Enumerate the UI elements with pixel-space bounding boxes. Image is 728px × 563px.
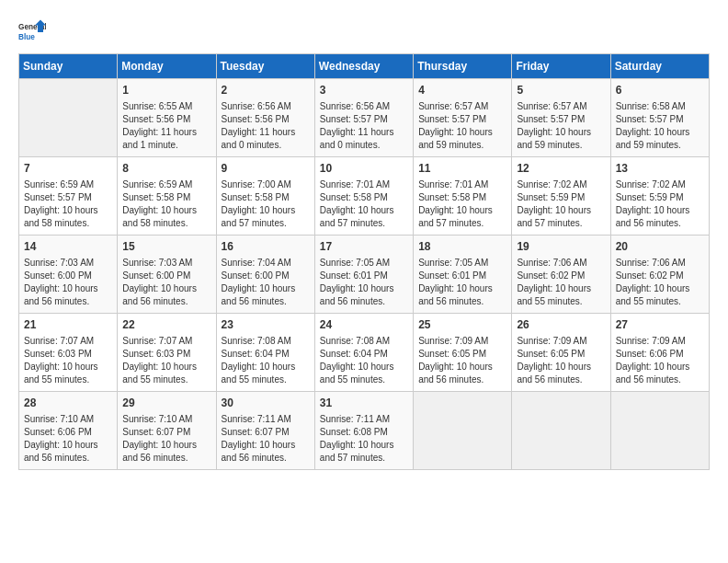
day-info: Sunrise: 7:02 AM Sunset: 5:59 PM Dayligh… bbox=[517, 178, 605, 230]
day-header-tuesday: Tuesday bbox=[216, 54, 314, 79]
day-number: 17 bbox=[320, 239, 408, 255]
calendar-cell: 4Sunrise: 6:57 AM Sunset: 5:57 PM Daylig… bbox=[414, 79, 512, 157]
day-number: 30 bbox=[222, 396, 310, 411]
calendar-cell: 19Sunrise: 7:06 AM Sunset: 6:02 PM Dayli… bbox=[512, 236, 610, 314]
calendar-header-row: SundayMondayTuesdayWednesdayThursdayFrid… bbox=[19, 54, 710, 79]
day-info: Sunrise: 7:03 AM Sunset: 6:00 PM Dayligh… bbox=[122, 257, 210, 308]
calendar-cell: 1Sunrise: 6:55 AM Sunset: 5:56 PM Daylig… bbox=[118, 79, 216, 157]
day-info: Sunrise: 7:05 AM Sunset: 6:01 PM Dayligh… bbox=[418, 257, 506, 308]
calendar-cell: 18Sunrise: 7:05 AM Sunset: 6:01 PM Dayli… bbox=[414, 236, 512, 314]
day-info: Sunrise: 7:09 AM Sunset: 6:06 PM Dayligh… bbox=[616, 335, 704, 386]
day-info: Sunrise: 6:59 AM Sunset: 5:58 PM Dayligh… bbox=[122, 178, 210, 230]
day-number: 14 bbox=[24, 239, 112, 255]
day-info: Sunrise: 7:09 AM Sunset: 6:05 PM Dayligh… bbox=[517, 335, 605, 386]
day-number: 8 bbox=[122, 161, 210, 177]
day-number: 23 bbox=[222, 317, 310, 333]
calendar-cell: 23Sunrise: 7:08 AM Sunset: 6:04 PM Dayli… bbox=[216, 314, 314, 392]
calendar-body: 1Sunrise: 6:55 AM Sunset: 5:56 PM Daylig… bbox=[19, 79, 710, 470]
day-number: 5 bbox=[517, 83, 605, 98]
calendar-cell: 30Sunrise: 7:11 AM Sunset: 6:07 PM Dayli… bbox=[216, 392, 314, 470]
calendar-cell: 2Sunrise: 6:56 AM Sunset: 5:56 PM Daylig… bbox=[216, 79, 314, 157]
day-info: Sunrise: 7:01 AM Sunset: 5:58 PM Dayligh… bbox=[320, 178, 408, 230]
calendar-cell: 24Sunrise: 7:08 AM Sunset: 6:04 PM Dayli… bbox=[314, 314, 413, 392]
day-number: 7 bbox=[24, 161, 112, 177]
day-header-friday: Friday bbox=[512, 54, 610, 79]
day-info: Sunrise: 7:10 AM Sunset: 6:07 PM Dayligh… bbox=[122, 413, 210, 465]
calendar-cell: 27Sunrise: 7:09 AM Sunset: 6:06 PM Dayli… bbox=[610, 314, 709, 392]
day-number: 26 bbox=[517, 317, 605, 333]
day-info: Sunrise: 7:00 AM Sunset: 5:58 PM Dayligh… bbox=[222, 178, 310, 230]
calendar-cell: 26Sunrise: 7:09 AM Sunset: 6:05 PM Dayli… bbox=[512, 314, 610, 392]
day-info: Sunrise: 7:04 AM Sunset: 6:00 PM Dayligh… bbox=[222, 257, 310, 308]
day-number: 10 bbox=[320, 161, 408, 177]
day-info: Sunrise: 7:10 AM Sunset: 6:06 PM Dayligh… bbox=[24, 413, 112, 465]
calendar-cell: 21Sunrise: 7:07 AM Sunset: 6:03 PM Dayli… bbox=[19, 314, 118, 392]
day-info: Sunrise: 7:07 AM Sunset: 6:03 PM Dayligh… bbox=[122, 335, 210, 386]
calendar-cell bbox=[19, 79, 118, 157]
day-header-monday: Monday bbox=[118, 54, 216, 79]
calendar-week-4: 28Sunrise: 7:10 AM Sunset: 6:06 PM Dayli… bbox=[19, 392, 710, 470]
calendar-cell: 8Sunrise: 6:59 AM Sunset: 5:58 PM Daylig… bbox=[118, 157, 216, 236]
calendar-cell: 12Sunrise: 7:02 AM Sunset: 5:59 PM Dayli… bbox=[512, 157, 610, 236]
calendar-table: SundayMondayTuesdayWednesdayThursdayFrid… bbox=[18, 53, 710, 470]
day-number: 22 bbox=[122, 317, 210, 333]
day-info: Sunrise: 6:57 AM Sunset: 5:57 PM Dayligh… bbox=[418, 100, 506, 152]
calendar-cell: 25Sunrise: 7:09 AM Sunset: 6:05 PM Dayli… bbox=[414, 314, 512, 392]
svg-text:Blue: Blue bbox=[18, 33, 35, 41]
day-number: 31 bbox=[320, 396, 408, 411]
day-number: 2 bbox=[222, 83, 310, 98]
day-header-sunday: Sunday bbox=[19, 54, 118, 79]
day-number: 6 bbox=[616, 83, 704, 98]
day-info: Sunrise: 7:11 AM Sunset: 6:08 PM Dayligh… bbox=[320, 413, 408, 465]
calendar-week-1: 7Sunrise: 6:59 AM Sunset: 5:57 PM Daylig… bbox=[19, 157, 710, 236]
calendar-cell: 28Sunrise: 7:10 AM Sunset: 6:06 PM Dayli… bbox=[19, 392, 118, 470]
day-number: 12 bbox=[517, 161, 605, 177]
day-info: Sunrise: 6:58 AM Sunset: 5:57 PM Dayligh… bbox=[616, 100, 704, 152]
calendar-cell: 16Sunrise: 7:04 AM Sunset: 6:00 PM Dayli… bbox=[216, 236, 314, 314]
day-info: Sunrise: 7:01 AM Sunset: 5:58 PM Dayligh… bbox=[418, 178, 506, 230]
logo: General Blue bbox=[18, 18, 46, 46]
day-info: Sunrise: 6:56 AM Sunset: 5:57 PM Dayligh… bbox=[320, 100, 408, 152]
day-number: 19 bbox=[517, 239, 605, 255]
day-info: Sunrise: 6:59 AM Sunset: 5:57 PM Dayligh… bbox=[24, 178, 112, 230]
calendar-cell: 3Sunrise: 6:56 AM Sunset: 5:57 PM Daylig… bbox=[314, 79, 413, 157]
calendar-cell: 20Sunrise: 7:06 AM Sunset: 6:02 PM Dayli… bbox=[610, 236, 709, 314]
day-info: Sunrise: 7:06 AM Sunset: 6:02 PM Dayligh… bbox=[616, 257, 704, 308]
calendar-cell: 7Sunrise: 6:59 AM Sunset: 5:57 PM Daylig… bbox=[19, 157, 118, 236]
day-info: Sunrise: 7:07 AM Sunset: 6:03 PM Dayligh… bbox=[24, 335, 112, 386]
day-number: 1 bbox=[122, 83, 210, 98]
calendar-cell: 5Sunrise: 6:57 AM Sunset: 5:57 PM Daylig… bbox=[512, 79, 610, 157]
day-number: 21 bbox=[24, 317, 112, 333]
calendar-cell bbox=[414, 392, 512, 470]
day-number: 18 bbox=[418, 239, 506, 255]
calendar-cell: 11Sunrise: 7:01 AM Sunset: 5:58 PM Dayli… bbox=[414, 157, 512, 236]
day-number: 3 bbox=[320, 83, 408, 98]
day-info: Sunrise: 7:11 AM Sunset: 6:07 PM Dayligh… bbox=[222, 413, 310, 465]
calendar-cell bbox=[610, 392, 709, 470]
day-header-saturday: Saturday bbox=[610, 54, 709, 79]
day-number: 16 bbox=[222, 239, 310, 255]
calendar-cell: 15Sunrise: 7:03 AM Sunset: 6:00 PM Dayli… bbox=[118, 236, 216, 314]
calendar-week-3: 21Sunrise: 7:07 AM Sunset: 6:03 PM Dayli… bbox=[19, 314, 710, 392]
day-info: Sunrise: 7:03 AM Sunset: 6:00 PM Dayligh… bbox=[24, 257, 112, 308]
day-number: 29 bbox=[122, 396, 210, 411]
calendar-cell: 14Sunrise: 7:03 AM Sunset: 6:00 PM Dayli… bbox=[19, 236, 118, 314]
day-info: Sunrise: 7:06 AM Sunset: 6:02 PM Dayligh… bbox=[517, 257, 605, 308]
calendar-cell: 6Sunrise: 6:58 AM Sunset: 5:57 PM Daylig… bbox=[610, 79, 709, 157]
day-info: Sunrise: 7:08 AM Sunset: 6:04 PM Dayligh… bbox=[222, 335, 310, 386]
calendar-cell: 10Sunrise: 7:01 AM Sunset: 5:58 PM Dayli… bbox=[314, 157, 413, 236]
day-info: Sunrise: 7:05 AM Sunset: 6:01 PM Dayligh… bbox=[320, 257, 408, 308]
day-info: Sunrise: 6:55 AM Sunset: 5:56 PM Dayligh… bbox=[122, 100, 210, 152]
day-number: 27 bbox=[616, 317, 704, 333]
calendar-cell: 13Sunrise: 7:02 AM Sunset: 5:59 PM Dayli… bbox=[610, 157, 709, 236]
day-number: 28 bbox=[24, 396, 112, 411]
calendar-cell: 17Sunrise: 7:05 AM Sunset: 6:01 PM Dayli… bbox=[314, 236, 413, 314]
logo-icon: General Blue bbox=[18, 18, 46, 46]
calendar-cell: 9Sunrise: 7:00 AM Sunset: 5:58 PM Daylig… bbox=[216, 157, 314, 236]
day-number: 4 bbox=[418, 83, 506, 98]
day-info: Sunrise: 6:56 AM Sunset: 5:56 PM Dayligh… bbox=[222, 100, 310, 152]
day-number: 11 bbox=[418, 161, 506, 177]
day-number: 20 bbox=[616, 239, 704, 255]
day-info: Sunrise: 7:02 AM Sunset: 5:59 PM Dayligh… bbox=[616, 178, 704, 230]
page-header: General Blue bbox=[18, 18, 710, 46]
